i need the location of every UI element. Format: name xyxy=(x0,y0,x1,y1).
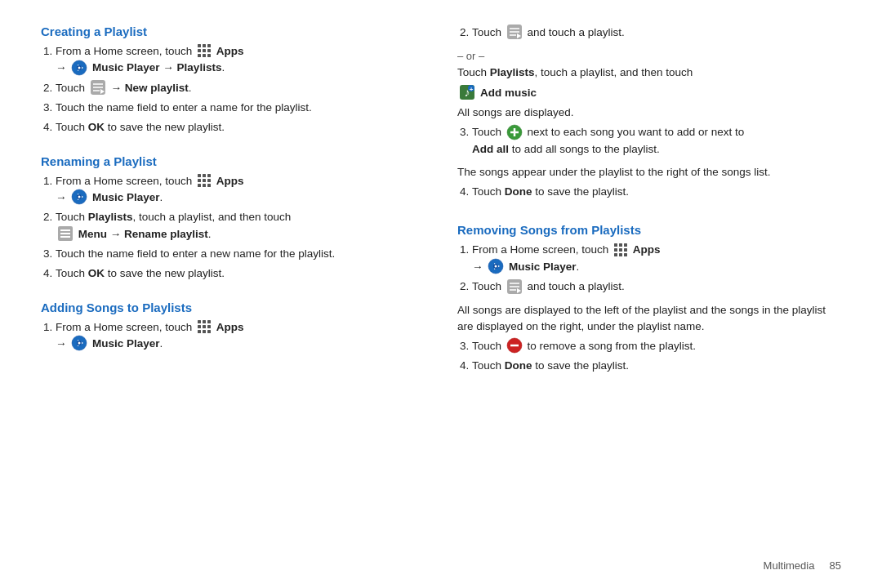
done-label1: Done xyxy=(505,185,532,198)
creating-playlist-list: From a Home screen, touch Apps xyxy=(56,43,425,140)
list-item: Touch and touch a playlist. xyxy=(472,278,841,295)
adding-songs-list2: Touch next to each song you want to add … xyxy=(472,124,841,161)
rename-step4-rest: to save the new playlist. xyxy=(105,267,225,279)
svg-text:+: + xyxy=(470,85,474,92)
svg-rect-25 xyxy=(203,184,206,187)
apps-icon xyxy=(197,43,212,58)
music-player-icon3 xyxy=(71,335,87,351)
all-songs-displayed: All songs are displayed. xyxy=(457,105,841,121)
adding-songs-title: Adding Songs to Playlists xyxy=(41,301,425,314)
list-item: Touch next to each song you want to add … xyxy=(472,124,841,158)
svg-rect-23 xyxy=(207,179,211,182)
svg-point-12 xyxy=(78,66,81,69)
svg-rect-68 xyxy=(624,253,627,256)
menu-label: Menu xyxy=(78,228,107,240)
svg-rect-41 xyxy=(198,330,201,333)
removing-songs-list2: Touch to remove a song from the playlist… xyxy=(472,338,841,378)
creating-step4-rest: to save the new playlist. xyxy=(105,121,225,133)
or-instruction: Touch Playlists, touch a playlist, and t… xyxy=(457,65,841,81)
svg-rect-65 xyxy=(624,248,627,252)
touch-label6: Touch xyxy=(472,126,505,138)
list-item: Touch OK to save the new playlist. xyxy=(56,265,425,282)
playlists-label: Playlists xyxy=(177,61,222,74)
playlist-icon3 xyxy=(506,278,523,295)
svg-rect-61 xyxy=(619,243,622,247)
touch-label3: Touch xyxy=(56,211,88,223)
footer-separator xyxy=(817,559,826,572)
period4: . xyxy=(208,228,212,240)
list-item: Touch Done to save the playlist. xyxy=(472,184,841,200)
creating-playlist-title: Creating a Playlist xyxy=(41,24,425,38)
touch-label: Touch xyxy=(56,82,85,94)
remove-circle-icon xyxy=(506,337,523,354)
adding-songs-list: From a Home screen, touch Apps xyxy=(56,319,425,356)
svg-rect-37 xyxy=(207,320,211,323)
arrow1: → xyxy=(56,61,69,74)
adding-songs-cont-list: Touch and touch a playlist. xyxy=(472,24,841,44)
arrow2: → xyxy=(163,61,176,74)
playlist-icon xyxy=(90,79,106,96)
apps-icon3 xyxy=(197,319,212,334)
list-item: Touch OK to save the new playlist. xyxy=(56,119,425,136)
list-item: Touch to remove a song from the playlist… xyxy=(472,338,841,354)
ok-label1: OK xyxy=(88,121,105,133)
touch-label7: Touch xyxy=(472,185,505,198)
svg-rect-60 xyxy=(614,243,617,247)
all-songs-left-text: All songs are displayed to the left of t… xyxy=(457,302,841,336)
music-player-label4: Music Player xyxy=(509,261,577,273)
list-item: Touch → New playlist. xyxy=(56,80,425,96)
page: Creating a Playlist From a Home screen, … xyxy=(0,0,882,588)
playlists-bold2: Playlists xyxy=(88,211,133,223)
page-footer: Multimedia 85 xyxy=(764,559,841,572)
touch-label2: Touch xyxy=(56,121,88,133)
music-player-icon xyxy=(71,60,87,76)
removing-songs-title: Removing Songs from Playlists xyxy=(457,223,841,237)
add-all-label: Add all xyxy=(472,143,509,155)
svg-rect-3 xyxy=(198,49,201,52)
svg-rect-26 xyxy=(207,184,211,187)
svg-rect-43 xyxy=(207,330,211,333)
renaming-playlist-list: From a Home screen, touch Apps xyxy=(56,173,425,286)
from-home-text: From a Home screen, touch xyxy=(56,45,192,57)
page-number: 85 xyxy=(830,559,841,572)
from-home-text2: From a Home screen, touch xyxy=(56,175,192,187)
period5: . xyxy=(160,337,163,350)
next-to-song-text: next to each song you want to add or nex… xyxy=(528,126,745,138)
arrow5: → xyxy=(110,228,124,240)
from-home-text4: From a Home screen, touch xyxy=(472,243,608,256)
svg-point-47 xyxy=(78,342,81,345)
apps-label3: Apps xyxy=(216,321,244,333)
svg-rect-0 xyxy=(198,44,201,47)
rename-label: Rename playlist xyxy=(124,228,208,240)
svg-rect-24 xyxy=(198,184,201,187)
list-item: From a Home screen, touch Apps xyxy=(56,43,425,77)
save-playlist2: to save the playlist. xyxy=(532,359,630,372)
menu-icon xyxy=(57,225,74,242)
to-remove-text: to remove a song from the playlist. xyxy=(528,340,696,352)
arrow6: → xyxy=(56,337,69,350)
list-item: Touch and touch a playlist. xyxy=(472,24,841,41)
svg-rect-66 xyxy=(614,253,617,256)
playlists-bold3: Playlists xyxy=(490,66,535,78)
arrow4: → xyxy=(56,191,69,203)
list-item: From a Home screen, touch Apps xyxy=(472,242,841,275)
svg-point-72 xyxy=(495,265,497,268)
svg-point-30 xyxy=(78,196,81,198)
apps-icon4 xyxy=(613,243,628,257)
svg-rect-64 xyxy=(619,248,622,252)
svg-rect-62 xyxy=(624,243,627,247)
list-item: From a Home screen, touch Apps xyxy=(56,173,425,207)
list-item: From a Home screen, touch Apps xyxy=(56,319,425,353)
music-player-icon4 xyxy=(488,258,504,274)
svg-rect-18 xyxy=(198,174,201,177)
svg-rect-40 xyxy=(207,325,211,328)
apps-label4: Apps xyxy=(633,243,661,256)
svg-rect-35 xyxy=(198,320,201,323)
music-player-label: Music Player xyxy=(92,61,160,74)
list-item: Touch Done to save the playlist. xyxy=(472,358,841,374)
svg-rect-2 xyxy=(207,44,211,47)
add-music-icon: ♪ + xyxy=(459,84,475,100)
svg-rect-7 xyxy=(203,54,206,57)
add-circle-icon xyxy=(506,124,523,140)
rename-step3: Touch the name field to enter a new name… xyxy=(56,247,335,260)
